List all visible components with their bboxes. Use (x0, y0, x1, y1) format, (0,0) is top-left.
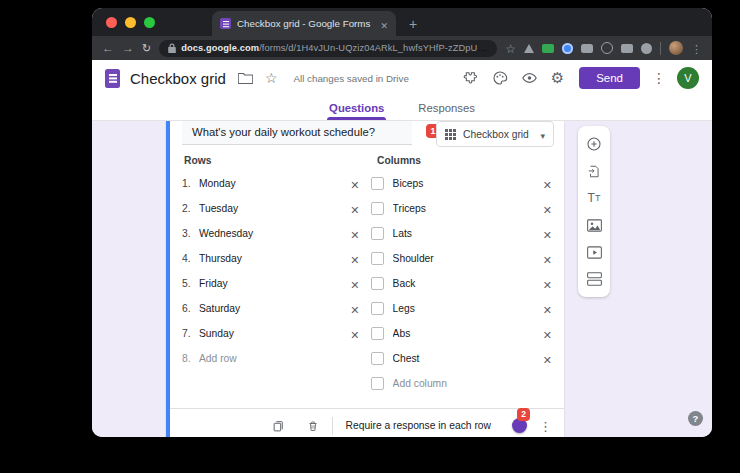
extension-icon[interactable] (601, 42, 613, 54)
row-item[interactable]: 1. Monday (182, 171, 360, 196)
row-label[interactable]: Sunday (199, 328, 344, 339)
add-title-icon[interactable]: TT (586, 190, 602, 206)
browser-menu-icon[interactable] (691, 39, 702, 57)
row-item[interactable]: 2. Tuesday (182, 196, 360, 221)
google-forms-logo-icon[interactable] (105, 69, 120, 88)
import-questions-icon[interactable] (586, 163, 602, 179)
question-type-dropdown[interactable]: Checkbox grid (436, 121, 554, 147)
column-label[interactable]: Lats (393, 228, 537, 239)
browser-tab[interactable]: Checkbox grid - Google Forms (212, 11, 396, 36)
chevron-down-icon (540, 125, 545, 143)
row-label[interactable]: Thursday (199, 253, 344, 264)
extension-icon[interactable] (581, 44, 593, 53)
row-label[interactable]: Add row (199, 353, 344, 364)
reload-icon[interactable]: ↻ (142, 42, 151, 54)
column-item[interactable]: Biceps (371, 171, 552, 196)
column-item[interactable]: Add column (371, 371, 552, 396)
remove-column-icon[interactable] (543, 250, 552, 268)
duplicate-icon[interactable] (272, 419, 285, 433)
row-item[interactable]: 6. Saturday (182, 296, 360, 321)
settings-gear-icon[interactable] (551, 69, 564, 87)
bookmark-star-icon[interactable] (505, 39, 516, 57)
remove-row-icon[interactable] (350, 225, 359, 243)
preview-eye-icon[interactable] (521, 70, 538, 86)
close-window-button[interactable] (106, 17, 117, 28)
delete-trash-icon[interactable] (307, 419, 319, 433)
column-item[interactable]: Lats (371, 221, 552, 246)
extension-icon[interactable] (524, 44, 534, 53)
column-label[interactable]: Back (393, 278, 537, 289)
row-item[interactable]: 5. Friday (182, 271, 360, 296)
star-form-icon[interactable] (265, 70, 278, 86)
remove-row-icon[interactable] (350, 250, 359, 268)
row-item[interactable]: 4. Thursday (182, 246, 360, 271)
question-card-header: What's your daily workout schedule? 1 Ch… (170, 121, 564, 145)
extension-icon[interactable] (641, 43, 652, 54)
theme-palette-icon[interactable] (492, 70, 508, 86)
remove-column-icon[interactable] (543, 175, 552, 193)
column-item[interactable]: Shoulder (371, 246, 552, 271)
send-button[interactable]: Send (579, 67, 640, 89)
address-bar[interactable]: docs.google.com/forms/d/1H4vJUn-UQziz04A… (159, 40, 497, 57)
column-label[interactable]: Add column (393, 378, 537, 389)
add-question-icon[interactable] (586, 136, 602, 152)
add-ons-puzzle-icon[interactable] (463, 70, 479, 86)
close-tab-icon[interactable] (380, 15, 388, 33)
forward-icon[interactable]: → (122, 42, 134, 54)
minimize-window-button[interactable] (125, 17, 136, 28)
remove-column-icon[interactable] (543, 350, 552, 368)
row-item[interactable]: 3. Wednesday (182, 221, 360, 246)
browser-profile-avatar[interactable] (669, 41, 683, 55)
column-label[interactable]: Shoulder (393, 253, 537, 264)
row-label[interactable]: Saturday (199, 303, 344, 314)
question-card[interactable]: What's your daily workout schedule? 1 Ch… (166, 121, 564, 437)
column-label[interactable]: Legs (393, 303, 537, 314)
column-label[interactable]: Chest (393, 353, 537, 364)
row-item[interactable]: 7. Sunday (182, 321, 360, 346)
zoom-window-button[interactable] (144, 17, 155, 28)
column-label[interactable]: Triceps (393, 203, 537, 214)
question-title-input[interactable]: What's your daily workout schedule? (182, 121, 412, 145)
remove-column-icon[interactable] (543, 225, 552, 243)
remove-row-icon[interactable] (350, 175, 359, 193)
add-video-icon[interactable] (586, 244, 602, 260)
row-number: 2. (182, 203, 199, 214)
question-more-options-icon[interactable] (539, 417, 552, 435)
remove-row-icon[interactable] (350, 300, 359, 318)
column-item[interactable]: Legs (371, 296, 552, 321)
move-to-folder-icon[interactable] (238, 72, 253, 84)
form-title[interactable]: Checkbox grid (130, 70, 226, 87)
column-item[interactable]: Abs (371, 321, 552, 346)
tab-responses[interactable]: Responses (416, 96, 477, 120)
add-section-icon[interactable] (586, 271, 602, 287)
remove-row-icon[interactable] (350, 325, 359, 343)
remove-column-icon[interactable] (543, 200, 552, 218)
more-options-icon[interactable] (652, 69, 666, 87)
new-tab-button[interactable]: + (409, 17, 417, 31)
account-avatar[interactable]: V (677, 67, 699, 89)
column-item[interactable]: Triceps (371, 196, 552, 221)
row-item[interactable]: 8. Add row (182, 346, 360, 371)
column-label[interactable]: Abs (393, 328, 537, 339)
extension-icon[interactable] (562, 43, 573, 54)
remove-column-icon[interactable] (543, 275, 552, 293)
row-label[interactable]: Tuesday (199, 203, 344, 214)
remove-row-icon[interactable] (350, 275, 359, 293)
chat-extension-icon[interactable] (621, 44, 633, 53)
require-response-toggle[interactable]: 2 (502, 421, 525, 431)
column-label[interactable]: Biceps (393, 178, 537, 189)
row-label[interactable]: Friday (199, 278, 344, 289)
column-item[interactable]: Chest (371, 346, 552, 371)
back-icon[interactable]: ← (102, 42, 114, 54)
require-response-label: Require a response in each row (346, 420, 491, 431)
remove-row-icon[interactable] (350, 200, 359, 218)
row-label[interactable]: Wednesday (199, 228, 344, 239)
tab-questions[interactable]: Questions (327, 96, 386, 120)
row-label[interactable]: Monday (199, 178, 344, 189)
column-item[interactable]: Back (371, 271, 552, 296)
mail-extension-icon[interactable] (542, 44, 554, 53)
remove-column-icon[interactable] (543, 325, 552, 343)
add-image-icon[interactable] (586, 217, 602, 233)
remove-column-icon[interactable] (543, 300, 552, 318)
help-button[interactable]: ? (688, 411, 703, 426)
